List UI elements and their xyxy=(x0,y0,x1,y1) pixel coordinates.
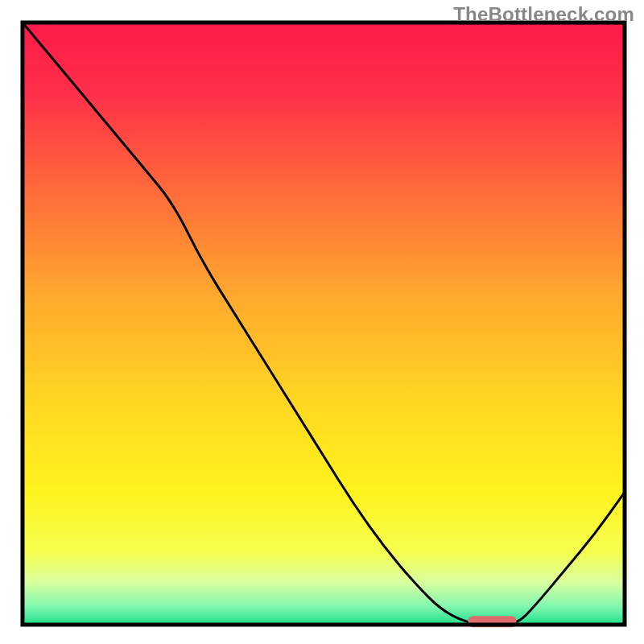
bottleneck-chart xyxy=(0,0,644,644)
chart-frame: TheBottleneck.com xyxy=(0,0,644,644)
plot-background-gradient xyxy=(23,23,625,625)
watermark-text: TheBottleneck.com xyxy=(453,3,634,26)
